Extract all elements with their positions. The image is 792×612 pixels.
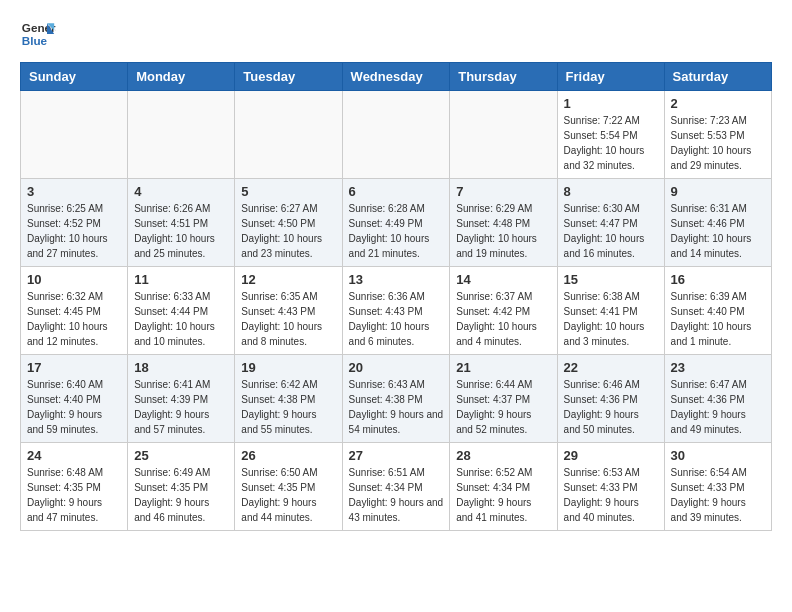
day-number: 9 [671,184,765,199]
calendar-week-row: 24Sunrise: 6:48 AM Sunset: 4:35 PM Dayli… [21,443,772,531]
day-detail: Sunrise: 6:35 AM Sunset: 4:43 PM Dayligh… [241,289,335,349]
calendar-header-thursday: Thursday [450,63,557,91]
day-number: 4 [134,184,228,199]
day-detail: Sunrise: 6:43 AM Sunset: 4:38 PM Dayligh… [349,377,444,437]
day-number: 7 [456,184,550,199]
calendar-day: 20Sunrise: 6:43 AM Sunset: 4:38 PM Dayli… [342,355,450,443]
calendar-day: 1Sunrise: 7:22 AM Sunset: 5:54 PM Daylig… [557,91,664,179]
calendar-day: 10Sunrise: 6:32 AM Sunset: 4:45 PM Dayli… [21,267,128,355]
calendar-day: 23Sunrise: 6:47 AM Sunset: 4:36 PM Dayli… [664,355,771,443]
day-detail: Sunrise: 6:32 AM Sunset: 4:45 PM Dayligh… [27,289,121,349]
day-number: 10 [27,272,121,287]
day-detail: Sunrise: 6:33 AM Sunset: 4:44 PM Dayligh… [134,289,228,349]
calendar-day: 17Sunrise: 6:40 AM Sunset: 4:40 PM Dayli… [21,355,128,443]
day-number: 11 [134,272,228,287]
calendar-day: 24Sunrise: 6:48 AM Sunset: 4:35 PM Dayli… [21,443,128,531]
calendar-day: 28Sunrise: 6:52 AM Sunset: 4:34 PM Dayli… [450,443,557,531]
calendar-day: 15Sunrise: 6:38 AM Sunset: 4:41 PM Dayli… [557,267,664,355]
calendar-day [21,91,128,179]
calendar-header-monday: Monday [128,63,235,91]
logo: General Blue [20,16,60,52]
calendar-day: 11Sunrise: 6:33 AM Sunset: 4:44 PM Dayli… [128,267,235,355]
day-number: 6 [349,184,444,199]
day-detail: Sunrise: 6:47 AM Sunset: 4:36 PM Dayligh… [671,377,765,437]
calendar-week-row: 10Sunrise: 6:32 AM Sunset: 4:45 PM Dayli… [21,267,772,355]
day-detail: Sunrise: 6:51 AM Sunset: 4:34 PM Dayligh… [349,465,444,525]
day-detail: Sunrise: 6:26 AM Sunset: 4:51 PM Dayligh… [134,201,228,261]
day-detail: Sunrise: 6:27 AM Sunset: 4:50 PM Dayligh… [241,201,335,261]
day-detail: Sunrise: 6:25 AM Sunset: 4:52 PM Dayligh… [27,201,121,261]
day-number: 23 [671,360,765,375]
calendar-day: 30Sunrise: 6:54 AM Sunset: 4:33 PM Dayli… [664,443,771,531]
logo-icon: General Blue [20,16,56,52]
calendar-day: 27Sunrise: 6:51 AM Sunset: 4:34 PM Dayli… [342,443,450,531]
day-number: 30 [671,448,765,463]
day-detail: Sunrise: 6:48 AM Sunset: 4:35 PM Dayligh… [27,465,121,525]
day-number: 5 [241,184,335,199]
day-detail: Sunrise: 6:46 AM Sunset: 4:36 PM Dayligh… [564,377,658,437]
calendar-week-row: 17Sunrise: 6:40 AM Sunset: 4:40 PM Dayli… [21,355,772,443]
calendar-day [128,91,235,179]
calendar-header-row: SundayMondayTuesdayWednesdayThursdayFrid… [21,63,772,91]
day-number: 22 [564,360,658,375]
calendar-day: 8Sunrise: 6:30 AM Sunset: 4:47 PM Daylig… [557,179,664,267]
calendar-header-friday: Friday [557,63,664,91]
day-number: 19 [241,360,335,375]
day-detail: Sunrise: 6:53 AM Sunset: 4:33 PM Dayligh… [564,465,658,525]
calendar-header-wednesday: Wednesday [342,63,450,91]
day-number: 29 [564,448,658,463]
day-number: 13 [349,272,444,287]
day-number: 16 [671,272,765,287]
day-detail: Sunrise: 6:40 AM Sunset: 4:40 PM Dayligh… [27,377,121,437]
calendar-header-sunday: Sunday [21,63,128,91]
day-number: 28 [456,448,550,463]
calendar-day [342,91,450,179]
day-detail: Sunrise: 6:37 AM Sunset: 4:42 PM Dayligh… [456,289,550,349]
calendar-header-saturday: Saturday [664,63,771,91]
day-detail: Sunrise: 6:30 AM Sunset: 4:47 PM Dayligh… [564,201,658,261]
day-detail: Sunrise: 6:28 AM Sunset: 4:49 PM Dayligh… [349,201,444,261]
calendar-day [235,91,342,179]
day-number: 17 [27,360,121,375]
day-number: 24 [27,448,121,463]
calendar-day: 4Sunrise: 6:26 AM Sunset: 4:51 PM Daylig… [128,179,235,267]
day-detail: Sunrise: 6:39 AM Sunset: 4:40 PM Dayligh… [671,289,765,349]
calendar-day: 26Sunrise: 6:50 AM Sunset: 4:35 PM Dayli… [235,443,342,531]
day-detail: Sunrise: 6:38 AM Sunset: 4:41 PM Dayligh… [564,289,658,349]
day-detail: Sunrise: 6:29 AM Sunset: 4:48 PM Dayligh… [456,201,550,261]
day-detail: Sunrise: 6:49 AM Sunset: 4:35 PM Dayligh… [134,465,228,525]
calendar-day: 19Sunrise: 6:42 AM Sunset: 4:38 PM Dayli… [235,355,342,443]
calendar-day: 25Sunrise: 6:49 AM Sunset: 4:35 PM Dayli… [128,443,235,531]
day-detail: Sunrise: 6:50 AM Sunset: 4:35 PM Dayligh… [241,465,335,525]
calendar: SundayMondayTuesdayWednesdayThursdayFrid… [20,62,772,531]
day-detail: Sunrise: 6:52 AM Sunset: 4:34 PM Dayligh… [456,465,550,525]
day-number: 2 [671,96,765,111]
calendar-day: 7Sunrise: 6:29 AM Sunset: 4:48 PM Daylig… [450,179,557,267]
calendar-day: 9Sunrise: 6:31 AM Sunset: 4:46 PM Daylig… [664,179,771,267]
calendar-week-row: 3Sunrise: 6:25 AM Sunset: 4:52 PM Daylig… [21,179,772,267]
calendar-day: 14Sunrise: 6:37 AM Sunset: 4:42 PM Dayli… [450,267,557,355]
day-detail: Sunrise: 6:31 AM Sunset: 4:46 PM Dayligh… [671,201,765,261]
calendar-day: 6Sunrise: 6:28 AM Sunset: 4:49 PM Daylig… [342,179,450,267]
day-number: 25 [134,448,228,463]
day-number: 18 [134,360,228,375]
calendar-day: 21Sunrise: 6:44 AM Sunset: 4:37 PM Dayli… [450,355,557,443]
day-detail: Sunrise: 6:42 AM Sunset: 4:38 PM Dayligh… [241,377,335,437]
day-number: 15 [564,272,658,287]
day-detail: Sunrise: 7:23 AM Sunset: 5:53 PM Dayligh… [671,113,765,173]
day-number: 20 [349,360,444,375]
day-number: 1 [564,96,658,111]
day-detail: Sunrise: 6:44 AM Sunset: 4:37 PM Dayligh… [456,377,550,437]
day-detail: Sunrise: 6:36 AM Sunset: 4:43 PM Dayligh… [349,289,444,349]
day-number: 14 [456,272,550,287]
calendar-day: 18Sunrise: 6:41 AM Sunset: 4:39 PM Dayli… [128,355,235,443]
calendar-day: 12Sunrise: 6:35 AM Sunset: 4:43 PM Dayli… [235,267,342,355]
header: General Blue [20,16,772,52]
day-number: 21 [456,360,550,375]
calendar-day: 2Sunrise: 7:23 AM Sunset: 5:53 PM Daylig… [664,91,771,179]
day-detail: Sunrise: 7:22 AM Sunset: 5:54 PM Dayligh… [564,113,658,173]
day-number: 12 [241,272,335,287]
day-detail: Sunrise: 6:54 AM Sunset: 4:33 PM Dayligh… [671,465,765,525]
calendar-day: 16Sunrise: 6:39 AM Sunset: 4:40 PM Dayli… [664,267,771,355]
calendar-day: 13Sunrise: 6:36 AM Sunset: 4:43 PM Dayli… [342,267,450,355]
